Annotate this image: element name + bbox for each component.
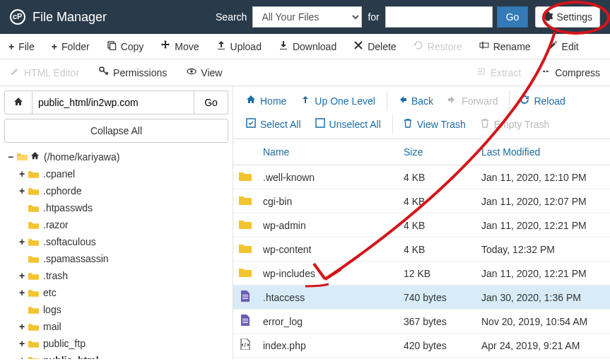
tree-expand-icon[interactable]: +: [18, 336, 25, 351]
copy-icon: [107, 40, 117, 52]
tree-item[interactable]: logs: [18, 301, 228, 318]
search-go-button[interactable]: Go: [497, 6, 529, 28]
file-name: .htaccess: [257, 286, 398, 310]
copy-button[interactable]: Copy: [98, 34, 153, 59]
tree-item[interactable]: +.trash: [18, 267, 228, 284]
tree-item[interactable]: .razor: [18, 216, 228, 233]
right-panel: Home Up One Level Back Forward Reload Se…: [233, 86, 610, 359]
tree-label[interactable]: logs: [42, 301, 63, 318]
view-trash-button[interactable]: View Trash: [392, 114, 473, 134]
tree-label[interactable]: .softaculous: [42, 233, 98, 250]
tree-label[interactable]: .htpasswds: [42, 199, 94, 216]
tree-collapse-icon[interactable]: −: [7, 149, 14, 165]
search-input[interactable]: [385, 6, 493, 28]
folder-icon: [28, 339, 39, 348]
download-button[interactable]: Download: [270, 34, 345, 59]
move-icon: [160, 40, 170, 52]
home-icon: [13, 97, 23, 109]
path-go-button[interactable]: Go: [194, 90, 228, 115]
delete-icon: [353, 40, 363, 52]
tree-label[interactable]: .cpanel: [42, 165, 76, 182]
up-level-button[interactable]: Up One Level: [293, 90, 382, 111]
settings-button[interactable]: Settings: [535, 6, 600, 28]
file-name: .well-known: [257, 165, 398, 189]
svg-rect-1: [110, 44, 115, 50]
search-label: Search: [216, 11, 247, 23]
empty-trash-button[interactable]: Empty Trash: [473, 114, 557, 134]
tree-label[interactable]: etc: [42, 284, 58, 301]
col-name[interactable]: Name: [257, 139, 398, 165]
tree-expand-icon[interactable]: +: [18, 319, 25, 334]
file-row[interactable]: license.txt19.47 KBJan 11, 2020, 12:21 P…: [233, 358, 610, 360]
tree-label[interactable]: .cphorde: [42, 182, 83, 199]
tree-item[interactable]: +.softaculous: [18, 233, 228, 250]
tree-item[interactable]: +etc: [18, 284, 228, 301]
file-row[interactable]: .htaccess740 bytesJan 30, 2020, 1:36 PM: [233, 286, 610, 310]
permissions-button[interactable]: Permissions: [89, 59, 177, 86]
home-nav-button[interactable]: Home: [239, 90, 293, 111]
tree-root[interactable]: (/home/kariyawa): [42, 148, 121, 165]
collapse-all-button[interactable]: Collapse All: [4, 119, 228, 143]
restore-button[interactable]: Restore: [405, 34, 471, 59]
extract-button[interactable]: Extract: [467, 59, 532, 86]
tree-label[interactable]: .razor: [42, 216, 70, 233]
file-row[interactable]: .well-known4 KBJan 11, 2020, 12:10 PM: [233, 165, 610, 189]
reload-button[interactable]: Reload: [509, 90, 572, 111]
tree-item[interactable]: +.cphorde: [18, 182, 228, 199]
tree-expand-icon[interactable]: +: [18, 183, 25, 199]
trash-icon: [480, 118, 490, 130]
move-button[interactable]: Move: [152, 34, 207, 59]
tree-label[interactable]: public_html: [42, 352, 100, 359]
file-row[interactable]: wp-admin4 KBJan 11, 2020, 12:21 PM: [233, 213, 610, 237]
edit-icon: [10, 66, 20, 78]
tree-expand-icon[interactable]: +: [18, 353, 25, 359]
tree-item[interactable]: +public_html: [18, 352, 228, 359]
svg-rect-8: [316, 119, 324, 127]
file-icon: [239, 290, 252, 302]
search-scope-select[interactable]: All Your Files: [252, 6, 362, 28]
file-row[interactable]: cgi-bin4 KBJan 11, 2020, 12:07 PM: [233, 189, 610, 213]
rename-button[interactable]: Rename: [471, 34, 539, 59]
col-size[interactable]: Size: [398, 139, 476, 165]
tree-item[interactable]: +public_ftp: [18, 335, 228, 352]
tree-item[interactable]: .spamassassin: [18, 250, 228, 267]
file-row[interactable]: wp-includes12 KBJan 11, 2020, 12:21 PM: [233, 262, 610, 286]
file-row[interactable]: index.php420 bytesApr 24, 2019, 9:21 AM: [233, 334, 610, 358]
compress-button[interactable]: Compress: [531, 59, 610, 86]
plus-icon: +: [52, 41, 57, 52]
new-folder-button[interactable]: +Folder: [43, 34, 98, 59]
home-button[interactable]: [4, 90, 33, 115]
tree-label[interactable]: public_ftp: [42, 335, 87, 352]
tree-label[interactable]: mail: [42, 318, 63, 335]
file-row[interactable]: wp-content4 KBToday, 12:32 PM: [233, 237, 610, 262]
main-toolbar: +File +Folder Copy Move Upload Download …: [0, 34, 610, 59]
edit-button[interactable]: Edit: [539, 34, 587, 59]
tree-item[interactable]: +mail: [18, 318, 228, 335]
back-button[interactable]: Back: [387, 90, 440, 111]
new-file-button[interactable]: +File: [0, 34, 43, 59]
html-editor-button[interactable]: HTML Editor: [0, 59, 89, 86]
tree-expand-icon[interactable]: +: [18, 285, 25, 300]
file-modified: Jan 11, 2020, 12:21 PM: [476, 358, 610, 360]
upload-button[interactable]: Upload: [208, 34, 270, 59]
tree-item[interactable]: +.cpanel: [18, 165, 228, 182]
tree-expand-icon[interactable]: +: [18, 234, 25, 249]
file-row[interactable]: error_log367 bytesNov 20, 2019, 10:54 AM: [233, 310, 610, 334]
tree-label[interactable]: .trash: [42, 267, 69, 284]
folder-icon: [28, 237, 39, 246]
select-all-button[interactable]: Select All: [239, 114, 308, 134]
file-name: cgi-bin: [257, 189, 398, 213]
path-input[interactable]: [33, 90, 194, 115]
file-icon: [239, 315, 252, 326]
tree-item[interactable]: .htpasswds: [18, 199, 228, 216]
tree-expand-icon[interactable]: +: [18, 268, 25, 283]
folder-icon: [28, 356, 39, 359]
tree-label[interactable]: .spamassassin: [42, 250, 110, 267]
col-modified[interactable]: Last Modified: [476, 139, 610, 165]
home-icon: [30, 149, 40, 165]
forward-button[interactable]: Forward: [440, 90, 505, 111]
view-button[interactable]: View: [177, 59, 232, 86]
delete-button[interactable]: Delete: [345, 34, 404, 59]
unselect-all-button[interactable]: Unselect All: [308, 114, 388, 134]
tree-expand-icon[interactable]: +: [18, 166, 25, 182]
